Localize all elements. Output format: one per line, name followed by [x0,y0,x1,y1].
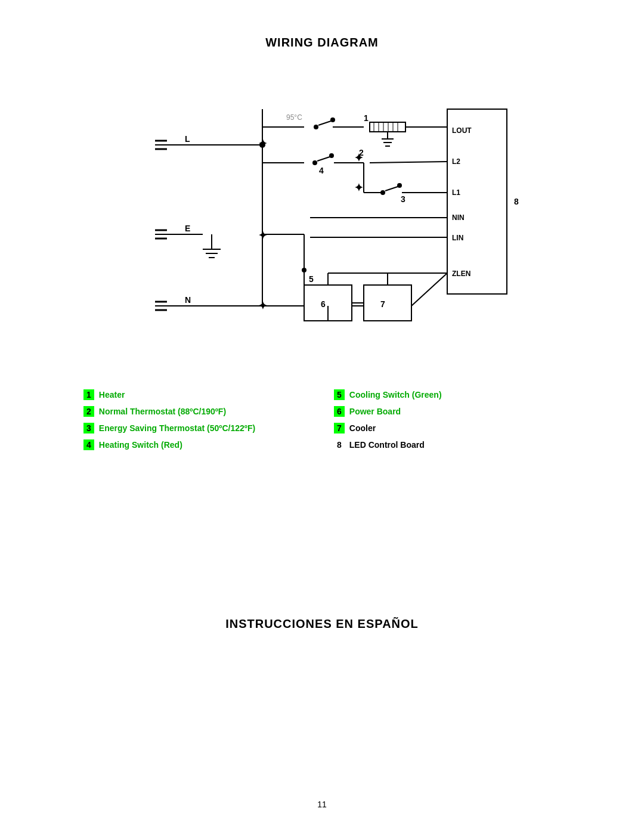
legend-label-4: Heating Switch (Red) [99,440,182,450]
svg-line-49 [317,157,330,161]
svg-text:95°C: 95°C [286,113,302,122]
legend-item-8: 8 LED Control Board [334,439,561,450]
legend-item-5: 5 Cooling Switch (Green) [334,389,561,400]
svg-text:2: 2 [359,148,364,157]
svg-text:L: L [185,134,190,144]
svg-text:L2: L2 [452,157,460,166]
legend-label-3: Energy Saving Thermostat (50ºC/122ºF) [99,423,255,433]
svg-text:LOUT: LOUT [452,126,472,135]
svg-rect-80 [364,285,411,321]
svg-text:NIN: NIN [452,213,465,222]
svg-line-23 [318,121,331,125]
page: WIRING DIAGRAM .svg-text { font-family: … [0,0,644,833]
legend-num-2: 2 [83,406,94,417]
svg-text:✦: ✦ [354,182,363,194]
svg-text:ZLEN: ZLEN [452,270,470,278]
legend-num-5: 5 [334,389,345,400]
legend-num-6: 6 [334,406,345,417]
wiring-diagram: .svg-text { font-family: Arial, sans-ser… [107,73,537,360]
svg-text:✦: ✦ [258,138,267,150]
svg-rect-39 [447,109,507,294]
svg-text:✦: ✦ [258,230,267,241]
svg-point-48 [312,160,317,165]
svg-line-57 [385,187,398,191]
legend-label-8: LED Control Board [349,440,425,450]
legend-item-7: 7 Cooler [334,423,561,433]
svg-text:N: N [185,295,191,305]
svg-text:LIN: LIN [452,234,463,242]
svg-rect-27 [370,122,405,132]
svg-text:✦: ✦ [258,300,267,312]
legend-label-6: Power Board [349,407,401,416]
legend-label-2: Normal Thermostat (88ºC/190ºF) [99,407,226,416]
legend-num-1: 1 [83,389,94,400]
svg-text:L1: L1 [452,188,460,197]
legend-item-3: 3 Energy Saving Thermostat (50ºC/122ºF) [83,423,310,433]
legend-item-2: 2 Normal Thermostat (88ºC/190ºF) [83,406,310,417]
page-title: WIRING DIAGRAM [265,36,379,49]
svg-text:4: 4 [319,166,324,175]
legend-num-7: 7 [334,423,345,433]
svg-point-22 [314,125,318,129]
bottom-title: INSTRUCCIONES EN ESPAÑOL [225,593,419,631]
svg-point-58 [397,183,402,188]
svg-text:1: 1 [364,113,369,123]
svg-text:8: 8 [514,197,519,206]
svg-text:7: 7 [380,299,385,309]
svg-point-24 [330,117,335,122]
svg-text:6: 6 [321,299,326,309]
legend-right: 5 Cooling Switch (Green) 6 Power Board 7… [334,389,561,450]
legend-item-4: 4 Heating Switch (Red) [83,439,310,450]
svg-point-68 [302,268,306,272]
legend-num-4: 4 [83,439,94,450]
svg-text:5: 5 [309,274,314,284]
page-number: 11 [317,800,327,809]
legend-item-1: 1 Heater [83,389,310,400]
svg-line-85 [411,273,447,306]
svg-text:3: 3 [401,194,405,204]
svg-text:E: E [185,224,190,233]
svg-line-54 [370,162,447,163]
legend-num-3: 3 [83,423,94,433]
legend-item-6: 6 Power Board [334,406,561,417]
legend-left: 1 Heater 2 Normal Thermostat (88ºC/190ºF… [83,389,310,450]
legend: 1 Heater 2 Normal Thermostat (88ºC/190ºF… [83,389,561,450]
legend-label-5: Cooling Switch (Green) [349,390,442,400]
svg-point-50 [329,153,334,158]
svg-point-56 [380,190,385,195]
legend-label-7: Cooler [349,423,376,433]
legend-label-1: Heater [99,390,125,400]
legend-num-8: 8 [334,439,345,450]
